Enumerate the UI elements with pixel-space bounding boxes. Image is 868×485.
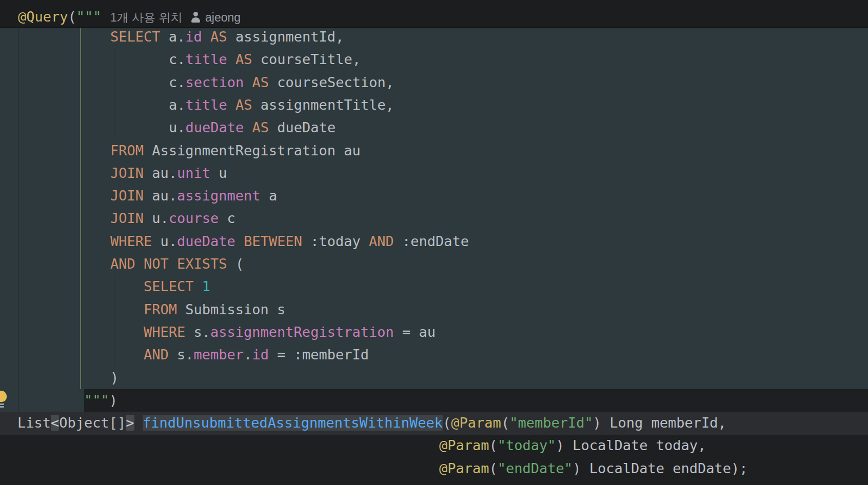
code-token-name: findUnsubmittedAssignmentsWithinWeek [143,415,443,431]
code-token-str: "memberId" [509,415,593,431]
code-token-str: "today" [498,437,556,453]
code-token-txt: ( [501,415,509,431]
code-token-kw: WHERE [110,233,152,249]
injected-sql-fragment-background-tail [0,389,84,412]
code-line[interactable]: u.dueDate AS dueDate [169,116,336,139]
code-token-txt: ) [109,392,117,408]
lightbulb-base [0,403,4,405]
code-token-brace: > [126,415,134,431]
code-line[interactable]: @Param("today") LocalDate today, [439,434,706,457]
code-token-txt: c. [169,51,186,67]
code-line[interactable]: @Param("endDate") LocalDate endDate); [439,457,748,480]
person-icon-body [191,17,200,23]
code-token-kw: SELECT [144,278,194,294]
code-token-kw: EXISTS [177,256,227,272]
indent-guide [114,275,114,366]
code-line[interactable]: c.section AS courseSection, [169,71,394,94]
person-icon-head [193,12,198,16]
indent-guide [114,48,114,139]
code-token-num: 1 [202,278,210,294]
sticky-header-code[interactable]: @Query(""" [18,7,102,27]
code-token-txt: dueDate [269,119,336,135]
code-token-txt [194,278,202,294]
code-token-brace: < [51,415,59,431]
code-token-txt: s. [169,347,194,362]
code-token-kw: JOIN [110,210,144,226]
code-token-txt: s. [185,324,210,340]
code-token-txt: Object[] [59,415,126,431]
code-line[interactable]: SELECT a.id AS assignmentId, [110,26,344,48]
code-token-kw: AS [252,74,269,90]
code-token-txt: ) Long memberId, [593,415,726,431]
code-token-txt: ) [110,370,119,386]
code-token-txt: au. [144,188,177,204]
code-token-kw: FROM [144,301,177,317]
code-line[interactable]: WHERE u.dueDate BETWEEN :today AND :endD… [110,230,469,253]
code-token-txt: u. [144,210,169,226]
code-line[interactable]: FROM AssignmentRegistration au [110,139,361,162]
code-line[interactable]: a.title AS assignmentTitle, [169,94,394,116]
code-token-kw: JOIN [110,165,144,181]
code-token-txt [135,256,144,272]
code-token-txt [244,74,252,90]
code-token-fld: assignment [177,188,261,204]
code-token-txt: u. [152,233,177,249]
code-token-txt: . [244,347,252,362]
code-token-fld: member [194,347,244,362]
code-token-kw: AND [110,256,135,272]
code-line[interactable]: """) [84,389,117,412]
code-token-ann: @Param [439,460,489,476]
code-token-txt [134,415,143,431]
lightbulb-base [0,406,4,408]
code-line[interactable]: JOIN au.unit u [110,162,227,185]
code-token-fld: course [169,210,219,226]
code-token-txt: c [219,210,235,226]
code-token-kw: JOIN [110,188,144,204]
code-line[interactable]: List<Object[]> findUnsubmittedAssignment… [17,412,726,434]
code-line[interactable]: JOIN au.assignment a [110,185,277,207]
code-token-txt: AssignmentRegistration au [144,143,361,158]
code-token-str: """ [84,392,109,408]
code-line[interactable]: FROM Submission s [144,298,285,321]
code-token-kw: AS [252,119,269,135]
code-line[interactable]: AND NOT EXISTS ( [110,253,244,275]
author-inlay-hint[interactable]: ajeong [205,10,241,25]
code-token-txt [244,119,252,135]
code-token-txt: :endDate [394,233,469,249]
code-token-fld: dueDate [177,233,235,249]
code-token-txt: ( [227,256,244,272]
code-token-txt: assignmentId, [227,29,344,45]
code-line[interactable]: AND s.member.id = :memberId [144,343,369,366]
code-line[interactable]: WHERE s.assignmentRegistration = au [144,321,436,343]
open-paren: ( [68,9,76,25]
code-token-kw: NOT [144,256,169,272]
code-token-ann: @Param [451,415,501,431]
code-line[interactable]: JOIN u.course c [110,207,235,230]
sticky-header-line[interactable]: @Query(""" 1개 사용 위치 ajeong [0,0,868,28]
code-line[interactable]: c.title AS courseTitle, [169,48,361,71]
code-token-txt: a. [169,97,186,113]
code-token-txt [169,256,177,272]
code-token-txt: assignmentTitle, [252,97,394,113]
code-token-fld: dueDate [186,119,244,135]
code-token-fld: section [186,74,244,90]
code-token-txt: ) LocalDate today, [556,437,706,453]
indent-guide [18,27,18,412]
code-token-txt [227,97,235,113]
code-token-txt: courseSection, [269,74,394,90]
code-token-txt: au. [144,165,177,181]
code-token-kw: AS [235,97,252,113]
lightbulb-icon[interactable] [0,391,8,408]
code-token-kw: SELECT [110,29,161,45]
code-line[interactable]: SELECT 1 [144,275,210,298]
ide-editor: { "colors": { "editor_background": "#1d1… [0,0,868,485]
code-token-fld: assignmentRegistration [210,324,394,340]
code-token-ann: @Param [439,437,489,453]
code-line[interactable]: ) [110,367,119,389]
code-token-txt: Submission s [177,301,285,317]
code-token-txt [202,29,210,45]
code-token-txt: u [210,165,227,181]
usages-inlay-hint[interactable]: 1개 사용 위치 [110,10,183,25]
code-token-txt: a [261,188,278,204]
code-token-kw: BETWEEN [244,233,302,249]
